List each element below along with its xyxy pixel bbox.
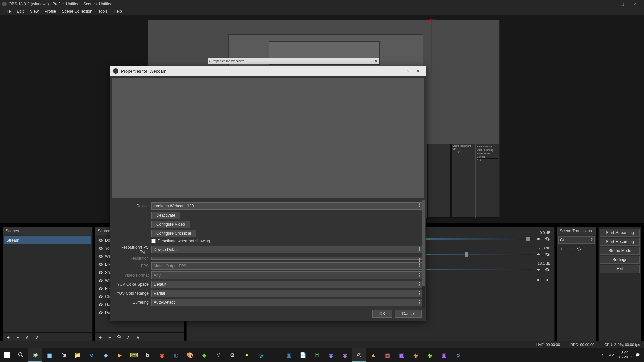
mute-button[interactable]	[536, 236, 542, 242]
taskbar-app-5[interactable]: ⌨	[127, 348, 141, 362]
taskbar-app-steam[interactable]: ◉	[28, 348, 42, 362]
dialog-ok-button[interactable]: OK	[372, 310, 392, 318]
taskbar-app-twitch[interactable]: ▣	[394, 348, 409, 362]
scene-item[interactable]: Stream	[4, 236, 91, 244]
control-button-settings[interactable]: Settings	[600, 256, 640, 264]
dialog-help-button[interactable]: ?	[403, 69, 413, 74]
control-button-exit[interactable]: Exit	[600, 265, 640, 273]
taskbar-app-13[interactable]: ◎	[254, 348, 268, 362]
taskbar-app-1[interactable]: ▣	[42, 348, 56, 362]
source-up-button[interactable]: ∧	[125, 334, 132, 341]
visibility-icon[interactable]	[98, 238, 103, 243]
taskbar-app-calc[interactable]: 🖩	[141, 348, 155, 362]
taskbar-app-4[interactable]: ▶	[113, 348, 127, 362]
dialog-close-button[interactable]: ✕	[413, 69, 423, 74]
taskbar-app-7[interactable]: ◐	[169, 348, 183, 362]
visibility-icon[interactable]	[98, 278, 103, 283]
taskbar-app-obs[interactable]: ◎	[352, 348, 366, 362]
deactivate-button[interactable]: Deactivate	[151, 212, 180, 219]
configure-crossbar-button[interactable]: Configure Crossbar	[151, 230, 196, 237]
channel-settings-button[interactable]	[544, 277, 550, 283]
remove-scene-button[interactable]: −	[14, 334, 21, 341]
taskbar-app-11[interactable]: ⚙	[225, 348, 239, 362]
taskbar-app-chrome[interactable]: ◉	[409, 348, 423, 362]
add-source-button[interactable]: +	[97, 334, 104, 341]
deactivate-checkbox[interactable]: Deactivate when not showing	[151, 239, 210, 243]
taskbar-app-10[interactable]: V	[211, 348, 225, 362]
menu-scene-collection[interactable]: Scene Collection	[59, 8, 95, 14]
mute-button[interactable]	[536, 251, 542, 257]
buffering-select[interactable]: Auto-Detect	[151, 299, 422, 306]
taskbar-app-19[interactable]: ▦	[380, 348, 394, 362]
visibility-icon[interactable]	[98, 294, 103, 299]
yuvspace-select[interactable]: Default	[151, 281, 422, 288]
mute-button[interactable]	[536, 267, 542, 273]
taskbar-app-9[interactable]: ◆	[197, 348, 211, 362]
taskbar-app-15[interactable]: ▣	[282, 348, 296, 362]
taskbar-app-explorer[interactable]: 📁	[70, 348, 85, 362]
taskbar-app-skype[interactable]: S	[451, 348, 465, 362]
channel-settings-button[interactable]	[544, 267, 550, 273]
taskbar-app-edge[interactable]: e	[85, 348, 99, 362]
visibility-icon[interactable]	[98, 262, 103, 267]
visibility-icon[interactable]	[98, 254, 103, 259]
taskbar-app-discord[interactable]: ◉	[324, 348, 338, 362]
taskbar-app-20[interactable]: ◉	[423, 348, 437, 362]
menu-view[interactable]: View	[27, 8, 42, 14]
menu-help[interactable]: Help	[111, 8, 125, 14]
maximize-button[interactable]: ▢	[615, 2, 629, 6]
taskbar-app-14[interactable]: 〰	[268, 348, 282, 362]
resfps-select[interactable]: Device Default	[151, 246, 422, 253]
taskbar-app-18[interactable]: ◉	[338, 348, 352, 362]
menu-tools[interactable]: Tools	[95, 8, 111, 14]
taskbar-app-17[interactable]: H	[310, 348, 324, 362]
taskbar-app-6[interactable]: ◉	[155, 348, 169, 362]
visibility-icon[interactable]	[98, 302, 103, 307]
tray-chevron-icon[interactable]: ∧	[601, 353, 604, 357]
taskbar-app-2[interactable]: 🛍	[56, 348, 70, 362]
close-button[interactable]: ✕	[629, 2, 642, 6]
minimize-button[interactable]: —	[602, 2, 615, 6]
channel-settings-button[interactable]	[544, 251, 550, 257]
taskbar-app-8[interactable]: 🎨	[183, 348, 197, 362]
add-transition-button[interactable]: +	[558, 246, 565, 252]
source-down-button[interactable]: ∨	[135, 334, 141, 341]
configure-video-button[interactable]: Configure Video	[151, 221, 190, 228]
remove-source-button[interactable]: −	[106, 334, 113, 341]
transition-select[interactable]: Cut	[558, 236, 595, 244]
yuvrange-select[interactable]: Partial	[151, 290, 422, 297]
taskbar-app-16[interactable]: 📄	[296, 348, 310, 362]
control-button-start-streaming[interactable]: Start Streaming	[600, 229, 640, 237]
dialog-cancel-button[interactable]: Cancel	[395, 310, 422, 318]
start-button[interactable]	[0, 348, 14, 362]
mute-button[interactable]	[536, 277, 542, 283]
taskbar-app-21[interactable]: ▣	[437, 348, 451, 362]
dialog-scrollbar[interactable]	[422, 200, 425, 308]
scene-up-button[interactable]: ∧	[24, 334, 31, 341]
visibility-icon[interactable]	[98, 310, 103, 315]
transition-settings-button[interactable]	[576, 246, 582, 252]
remove-transition-button[interactable]: −	[567, 246, 574, 252]
control-button-start-recording[interactable]: Start Recording	[600, 238, 640, 246]
visibility-icon[interactable]	[98, 246, 103, 251]
menu-profile[interactable]: Profile	[42, 8, 59, 14]
tray-notifications-icon[interactable]: 💬	[635, 353, 640, 357]
taskbar-app-3[interactable]: ◆	[99, 348, 113, 362]
add-scene-button[interactable]: +	[5, 334, 12, 341]
search-button[interactable]	[14, 348, 28, 362]
tray-clock[interactable]: 3:00 3.5.2017	[618, 351, 632, 359]
source-settings-button[interactable]	[116, 334, 122, 341]
visibility-icon[interactable]	[98, 286, 103, 291]
dialog-titlebar[interactable]: Properties for 'Webcam' ? ✕	[110, 66, 426, 76]
visibility-icon[interactable]	[98, 270, 103, 275]
menu-file[interactable]: File	[1, 8, 14, 14]
taskbar-app-vlc[interactable]: ▲	[366, 348, 380, 362]
taskbar-app-12[interactable]: ●	[239, 348, 254, 362]
tray-language[interactable]: SLV	[607, 353, 614, 357]
device-select[interactable]: Logitech Webcam 120	[151, 202, 422, 210]
control-button-studio-mode[interactable]: Studio Mode	[600, 247, 640, 255]
source-bounding-box[interactable]	[431, 20, 500, 73]
scene-down-button[interactable]: ∨	[33, 334, 40, 341]
channel-settings-button[interactable]	[544, 236, 550, 242]
menu-edit[interactable]: Edit	[14, 8, 27, 14]
